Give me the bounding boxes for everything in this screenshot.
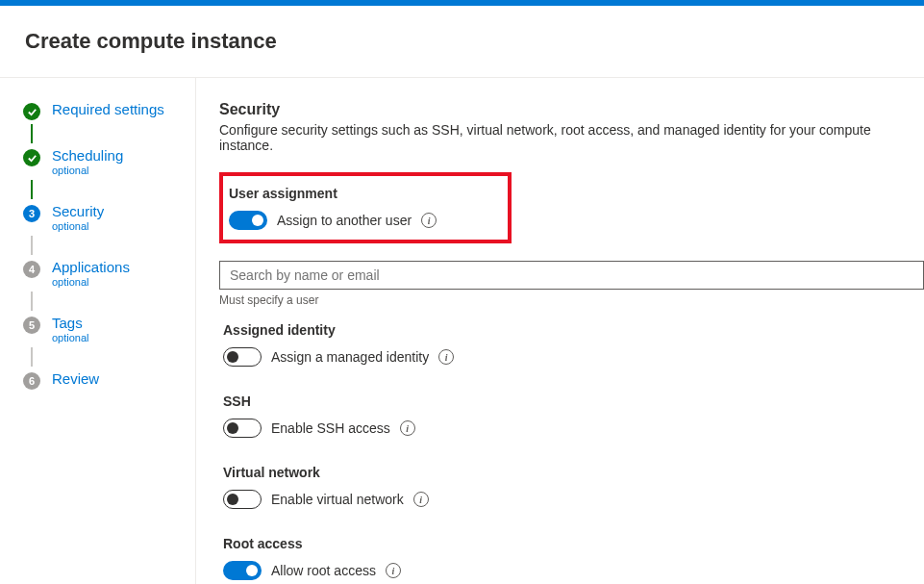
info-icon[interactable]: i — [421, 213, 437, 228]
helper-text: Must specify a user — [219, 293, 924, 307]
toggle-assign-another-user[interactable] — [229, 211, 267, 230]
sidebar-item-scheduling[interactable]: Scheduling optional — [23, 147, 195, 180]
sidebar: Required settings Scheduling optional 3 … — [0, 78, 196, 584]
sidebar-item-tags[interactable]: 5 Tags optional — [23, 315, 195, 347]
sidebar-item-sub: optional — [52, 165, 123, 176]
toggle-label: Allow root access — [271, 563, 376, 578]
sidebar-item-review[interactable]: 6 Review — [23, 370, 195, 394]
checkmark-icon — [23, 149, 40, 166]
toggle-enable-vnet[interactable] — [223, 490, 262, 509]
step-connector — [31, 124, 33, 143]
step-number-icon: 5 — [23, 317, 40, 334]
info-icon[interactable]: i — [386, 563, 401, 578]
toggle-allow-root[interactable] — [223, 561, 262, 580]
info-icon[interactable]: i — [438, 349, 454, 365]
info-icon[interactable]: i — [413, 492, 429, 507]
page-title: Create compute instance — [0, 6, 924, 77]
ssh-heading: SSH — [223, 394, 920, 409]
toggle-label: Assign a managed identity — [271, 349, 429, 365]
root-heading: Root access — [223, 536, 920, 551]
user-search-input[interactable] — [219, 261, 924, 290]
checkmark-icon — [23, 103, 40, 120]
sidebar-item-label: Applications — [52, 259, 130, 275]
sidebar-item-sub: optional — [52, 220, 104, 232]
step-connector — [31, 292, 33, 311]
sidebar-item-label: Security — [52, 203, 104, 219]
section-desc: Configure security settings such as SSH,… — [219, 122, 924, 153]
toggle-label: Enable virtual network — [271, 492, 404, 507]
sidebar-item-label: Required settings — [52, 101, 164, 117]
toggle-label: Enable SSH access — [271, 420, 390, 436]
step-connector — [31, 180, 33, 199]
sidebar-item-sub: optional — [52, 332, 89, 343]
sidebar-item-label: Scheduling — [52, 147, 123, 164]
user-assignment-heading: User assignment — [229, 186, 437, 201]
toggle-label: Assign to another user — [277, 213, 412, 228]
vnet-heading: Virtual network — [223, 465, 920, 480]
step-connector — [31, 347, 33, 367]
toggle-enable-ssh[interactable] — [223, 419, 262, 438]
step-number-icon: 3 — [23, 205, 40, 222]
info-icon[interactable]: i — [400, 420, 415, 436]
step-connector — [31, 236, 33, 255]
sidebar-item-security[interactable]: 3 Security optional — [23, 203, 195, 236]
section-title: Security — [219, 101, 924, 118]
sidebar-item-sub: optional — [52, 276, 130, 288]
sidebar-item-label: Tags — [52, 315, 89, 331]
step-number-icon: 6 — [23, 372, 40, 390]
sidebar-item-applications[interactable]: 4 Applications optional — [23, 259, 195, 292]
assigned-identity-heading: Assigned identity — [223, 322, 920, 338]
sidebar-item-required-settings[interactable]: Required settings — [23, 101, 195, 124]
toggle-managed-identity[interactable] — [223, 347, 262, 367]
sidebar-item-label: Review — [52, 370, 99, 387]
step-number-icon: 4 — [23, 261, 40, 278]
main-panel: Security Configure security settings suc… — [196, 78, 924, 584]
highlight-user-assignment: User assignment Assign to another user i — [219, 172, 512, 243]
